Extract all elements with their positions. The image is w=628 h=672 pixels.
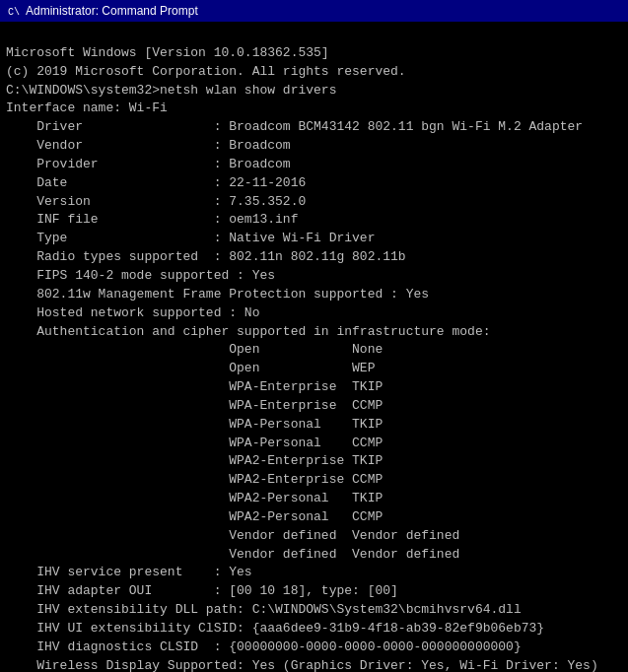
- terminal-line: Driver : Broadcom BCM43142 802.11 bgn Wi…: [6, 118, 622, 137]
- terminal-line: Type : Native Wi-Fi Driver: [6, 230, 622, 248]
- svg-text:C\: C\: [8, 7, 20, 18]
- terminal-line: Interface name: Wi-Fi: [6, 100, 622, 118]
- terminal-line: Open None: [6, 341, 622, 360]
- terminal-line: WPA-Personal CCMP: [6, 435, 622, 453]
- terminal-line: IHV service present : Yes: [6, 564, 622, 582]
- terminal-line: Vendor : Broadcom: [6, 137, 622, 156]
- terminal-line: Microsoft Windows [Version 10.0.18362.53…: [6, 44, 622, 63]
- terminal-line: INF file : oem13.inf: [6, 211, 622, 230]
- terminal-output: Microsoft Windows [Version 10.0.18362.53…: [0, 22, 628, 672]
- terminal-line: IHV adapter OUI : [00 10 18], type: [00]: [6, 582, 622, 601]
- terminal-line: Wireless Display Supported: Yes (Graphic…: [6, 657, 622, 672]
- terminal-line: Vendor defined Vendor defined: [6, 546, 622, 565]
- terminal-line: Vendor defined Vendor defined: [6, 527, 622, 546]
- terminal-line: WPA-Enterprise CCMP: [6, 397, 622, 416]
- terminal-line: WPA2-Enterprise CCMP: [6, 471, 622, 490]
- terminal-line: Date : 22-11-2016: [6, 174, 622, 193]
- terminal-line: Version : 7.35.352.0: [6, 193, 622, 212]
- terminal-line: C:\WINDOWS\system32>netsh wlan show driv…: [6, 82, 622, 101]
- terminal-line: FIPS 140-2 mode supported : Yes: [6, 267, 622, 286]
- cmd-icon: C\: [6, 4, 20, 18]
- terminal-line: IHV extensibility DLL path: C:\WINDOWS\S…: [6, 601, 622, 620]
- terminal-line: IHV UI extensibility ClSID: {aaa6dee9-31…: [6, 620, 622, 638]
- terminal-line: Open WEP: [6, 360, 622, 378]
- terminal-line: WPA2-Personal TKIP: [6, 490, 622, 508]
- terminal-line: IHV diagnostics CLSID : {00000000-0000-0…: [6, 638, 622, 657]
- terminal-line: WPA2-Enterprise TKIP: [6, 452, 622, 471]
- title-bar-text: Administrator: Command Prompt: [26, 4, 198, 18]
- terminal-line: Authentication and cipher supported in i…: [6, 323, 622, 342]
- title-bar: C\ Administrator: Command Prompt: [0, 0, 628, 22]
- terminal-line: WPA2-Personal CCMP: [6, 508, 622, 527]
- terminal-line: (c) 2019 Microsoft Corporation. All righ…: [6, 63, 622, 82]
- terminal-line: Hosted network supported : No: [6, 304, 622, 323]
- terminal-line: WPA-Personal TKIP: [6, 416, 622, 435]
- terminal-line: Radio types supported : 802.11n 802.11g …: [6, 248, 622, 267]
- terminal-line: 802.11w Management Frame Protection supp…: [6, 286, 622, 304]
- terminal-line: Provider : Broadcom: [6, 156, 622, 174]
- terminal-line: WPA-Enterprise TKIP: [6, 378, 622, 397]
